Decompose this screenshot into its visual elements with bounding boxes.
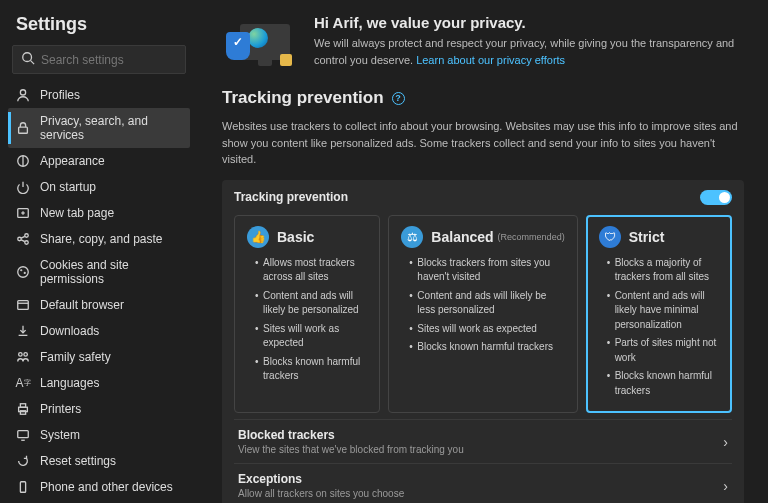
strict-icon: 🛡: [599, 226, 621, 248]
lock-icon: [16, 121, 30, 135]
svg-point-20: [24, 353, 28, 357]
svg-rect-26: [20, 482, 25, 493]
card-basic[interactable]: 👍Basic Allows most trackers across all s…: [234, 215, 380, 414]
svg-point-13: [18, 267, 29, 278]
card-balanced[interactable]: ⚖Balanced(Recommended) Blocks trackers f…: [388, 215, 577, 414]
sidebar-item-label: Profiles: [40, 88, 80, 102]
basic-icon: 👍: [247, 226, 269, 248]
svg-line-1: [31, 61, 35, 65]
sidebar-item-family[interactable]: Family safety: [8, 344, 190, 370]
chevron-right-icon: ›: [723, 434, 728, 450]
svg-point-19: [19, 353, 23, 357]
tracking-section-title: Tracking prevention ?: [222, 88, 744, 108]
svg-line-11: [21, 236, 25, 238]
svg-point-10: [25, 241, 29, 245]
svg-rect-3: [19, 127, 28, 133]
sidebar-item-privacy[interactable]: Privacy, search, and services: [8, 108, 190, 148]
download-icon: [16, 324, 30, 338]
blocked-trackers-row[interactable]: Blocked trackersView the sites that we'v…: [234, 419, 732, 463]
tracking-toggle[interactable]: [700, 190, 732, 205]
svg-point-0: [23, 53, 32, 62]
sidebar-item-label: Appearance: [40, 154, 105, 168]
info-icon[interactable]: ?: [392, 92, 405, 105]
hero-illustration: [222, 14, 294, 70]
tracking-panel: Tracking prevention 👍Basic Allows most t…: [222, 180, 744, 504]
privacy-hero: Hi Arif, we value your privacy. We will …: [222, 14, 744, 70]
appearance-icon: [16, 154, 30, 168]
sidebar-nav: Profiles Privacy, search, and services A…: [8, 82, 190, 503]
printer-icon: [16, 402, 30, 416]
system-icon: [16, 428, 30, 442]
svg-rect-16: [18, 301, 29, 310]
sidebar-item-reset[interactable]: Reset settings: [8, 448, 190, 474]
sidebar-item-printers[interactable]: Printers: [8, 396, 190, 422]
family-icon: [16, 350, 30, 364]
sidebar-item-label: Default browser: [40, 298, 124, 312]
sidebar-item-phone[interactable]: Phone and other devices: [8, 474, 190, 500]
card-title: Basic: [277, 229, 314, 245]
sidebar-item-label: Reset settings: [40, 454, 116, 468]
sidebar-item-label: Phone and other devices: [40, 480, 173, 494]
language-icon: A字: [16, 376, 30, 390]
sidebar-item-label: System: [40, 428, 80, 442]
sidebar-item-label: Share, copy, and paste: [40, 232, 163, 246]
sidebar-item-label: Downloads: [40, 324, 99, 338]
svg-point-2: [20, 90, 25, 95]
sidebar-item-system[interactable]: System: [8, 422, 190, 448]
sidebar-item-languages[interactable]: A字Languages: [8, 370, 190, 396]
sidebar-item-share[interactable]: Share, copy, and paste: [8, 226, 190, 252]
panel-label: Tracking prevention: [234, 190, 348, 204]
search-icon: [21, 51, 35, 68]
sidebar-item-default[interactable]: Default browser: [8, 292, 190, 318]
search-input[interactable]: [41, 53, 191, 67]
hero-text: We will always protect and respect your …: [314, 35, 744, 68]
sidebar-item-label: Family safety: [40, 350, 111, 364]
power-icon: [16, 180, 30, 194]
sidebar-item-label: Printers: [40, 402, 81, 416]
card-subtitle: (Recommended): [498, 232, 565, 242]
svg-point-15: [24, 272, 25, 273]
sidebar-item-label: New tab page: [40, 206, 114, 220]
sidebar-item-label: Cookies and site permissions: [40, 258, 182, 286]
chevron-right-icon: ›: [723, 478, 728, 494]
hero-title: Hi Arif, we value your privacy.: [314, 14, 744, 31]
card-title: Strict: [629, 229, 665, 245]
svg-point-8: [18, 237, 22, 241]
reset-icon: [16, 454, 30, 468]
main-content: Hi Arif, we value your privacy. We will …: [198, 0, 768, 503]
profile-icon: [16, 88, 30, 102]
sidebar-item-cookies[interactable]: Cookies and site permissions: [8, 252, 190, 292]
sidebar-item-appearance[interactable]: Appearance: [8, 148, 190, 174]
share-icon: [16, 232, 30, 246]
svg-rect-24: [18, 431, 29, 438]
card-strict[interactable]: 🛡Strict Blocks a majority of trackers fr…: [586, 215, 732, 414]
sidebar-item-profiles[interactable]: Profiles: [8, 82, 190, 108]
tracking-desc: Websites use trackers to collect info ab…: [222, 118, 744, 168]
browser-icon: [16, 298, 30, 312]
card-title: Balanced: [431, 229, 493, 245]
balanced-icon: ⚖: [401, 226, 423, 248]
svg-line-12: [21, 240, 25, 242]
search-box[interactable]: [12, 45, 186, 74]
sidebar-item-label: On startup: [40, 180, 96, 194]
svg-point-9: [25, 234, 29, 238]
svg-rect-23: [20, 411, 25, 415]
svg-rect-22: [20, 404, 25, 408]
sidebar: Settings Profiles Privacy, search, and s…: [0, 0, 198, 503]
sidebar-item-label: Languages: [40, 376, 99, 390]
sidebar-item-startup[interactable]: On startup: [8, 174, 190, 200]
newtab-icon: [16, 206, 30, 220]
cookies-icon: [16, 265, 30, 279]
phone-icon: [16, 480, 30, 494]
settings-title: Settings: [8, 10, 190, 45]
svg-point-14: [21, 270, 22, 271]
sidebar-item-newtab[interactable]: New tab page: [8, 200, 190, 226]
exceptions-row[interactable]: ExceptionsAllow all trackers on sites yo…: [234, 463, 732, 503]
sidebar-item-downloads[interactable]: Downloads: [8, 318, 190, 344]
privacy-efforts-link[interactable]: Learn about our privacy efforts: [416, 54, 565, 66]
sidebar-item-label: Privacy, search, and services: [40, 114, 182, 142]
